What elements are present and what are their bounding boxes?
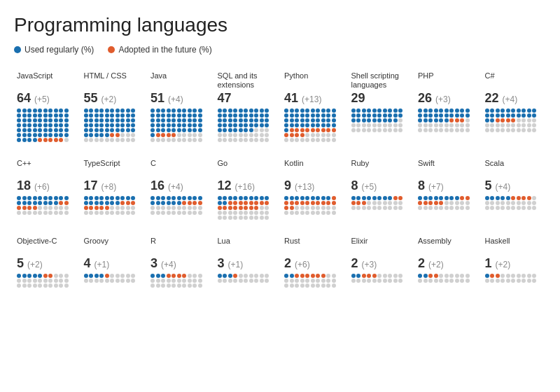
- dots-container: [150, 274, 209, 288]
- lang-value: 3 (+1): [218, 256, 276, 271]
- lang-name: Kotlin: [284, 159, 343, 177]
- lang-name: Shell scripting languages: [351, 71, 410, 90]
- legend: Used regularly (%) Adopted in the future…: [14, 45, 546, 55]
- legend-dot-blue: [14, 46, 21, 53]
- language-row-0: JavaScript64 (+5)HTML / CSS55 (+2)Java51…: [14, 69, 546, 145]
- legend-used-label: Used regularly (%): [24, 45, 94, 55]
- lang-name: Elixir: [351, 237, 410, 255]
- dots-container: [150, 108, 209, 142]
- lang-block-rust: Rust2 (+6): [281, 234, 346, 290]
- lang-value: 9 (+13): [284, 178, 343, 193]
- dots-container: [17, 196, 76, 215]
- lang-block-sql-and-its-extensions: SQL and its extensions47: [215, 69, 279, 145]
- lang-block-javascript: JavaScript64 (+5): [14, 69, 78, 145]
- lang-value: 29: [351, 91, 410, 106]
- lang-name: C++: [17, 159, 76, 177]
- lang-name: Java: [150, 71, 209, 90]
- lang-value: 4 (+1): [84, 256, 143, 271]
- lang-name: Go: [218, 159, 276, 177]
- lang-value: 2 (+2): [418, 256, 477, 271]
- lang-name: Assembly: [418, 237, 477, 255]
- lang-name: Scala: [485, 159, 544, 177]
- lang-block-swift: Swift8 (+7): [415, 156, 479, 223]
- lang-value: 64 (+5): [17, 91, 76, 106]
- lang-block-c-: C#22 (+4): [482, 69, 547, 145]
- dots-container: [284, 108, 343, 142]
- lang-value: 26 (+3): [418, 91, 477, 106]
- chart-container: JavaScript64 (+5)HTML / CSS55 (+2)Java51…: [14, 69, 546, 290]
- lang-value: 1 (+2): [485, 256, 544, 271]
- lang-name: TypeScript: [84, 159, 143, 177]
- lang-name: Objective-C: [17, 237, 76, 255]
- lang-name: JavaScript: [17, 71, 76, 90]
- dots-container: [84, 274, 143, 283]
- lang-block-assembly: Assembly2 (+2): [415, 234, 479, 290]
- dots-container: [218, 108, 276, 142]
- lang-value: 18 (+6): [17, 178, 76, 193]
- lang-value: 51 (+4): [150, 91, 209, 106]
- lang-block-scala: Scala5 (+4): [482, 156, 547, 223]
- lang-name: Python: [284, 71, 343, 90]
- lang-name: C#: [485, 71, 544, 90]
- lang-block-kotlin: Kotlin9 (+13): [281, 156, 346, 223]
- lang-value: 8 (+5): [351, 178, 410, 193]
- lang-block-c--: C++18 (+6): [14, 156, 78, 223]
- lang-block-lua: Lua3 (+1): [215, 234, 279, 290]
- lang-value: 47: [218, 91, 276, 106]
- lang-value: 3 (+4): [150, 256, 209, 271]
- dots-container: [284, 274, 343, 288]
- lang-name: Swift: [418, 159, 477, 177]
- language-row-1: C++18 (+6)TypeScript17 (+8)C16 (+4)Go12 …: [14, 156, 546, 223]
- lang-block-objective-c: Objective-C5 (+2): [14, 234, 78, 290]
- lang-block-c: C16 (+4): [148, 156, 212, 223]
- lang-value: 8 (+7): [418, 178, 477, 193]
- lang-block-go: Go12 (+16): [215, 156, 279, 223]
- dots-container: [351, 274, 410, 283]
- lang-value: 22 (+4): [485, 91, 544, 106]
- legend-used: Used regularly (%): [14, 45, 94, 55]
- dots-container: [418, 108, 477, 132]
- dots-container: [418, 274, 477, 283]
- lang-block-elixir: Elixir2 (+3): [349, 234, 413, 290]
- lang-name: Rust: [284, 237, 343, 255]
- legend-dot-orange: [108, 46, 115, 53]
- dots-container: [351, 108, 410, 132]
- lang-name: C: [150, 159, 209, 177]
- dots-container: [17, 274, 76, 288]
- dots-container: [485, 274, 544, 283]
- lang-block-shell-scripting-languages: Shell scripting languages29: [349, 69, 413, 145]
- lang-value: 17 (+8): [84, 178, 143, 193]
- lang-value: 2 (+3): [351, 256, 410, 271]
- lang-block-groovy: Groovy4 (+1): [81, 234, 146, 290]
- lang-name: HTML / CSS: [84, 71, 143, 90]
- lang-name: SQL and its extensions: [218, 71, 276, 90]
- lang-block-ruby: Ruby8 (+5): [349, 156, 413, 223]
- dots-container: [17, 108, 76, 142]
- dots-container: [218, 274, 276, 283]
- dots-container: [84, 196, 143, 215]
- dots-container: [485, 108, 544, 132]
- dots-container: [485, 196, 544, 210]
- lang-name: Groovy: [84, 237, 143, 255]
- lang-name: Haskell: [485, 237, 544, 255]
- lang-value: 5 (+2): [17, 256, 76, 271]
- dots-container: [84, 108, 143, 142]
- lang-value: 55 (+2): [84, 91, 143, 106]
- dots-container: [418, 196, 477, 210]
- dots-container: [284, 196, 343, 215]
- dots-container: [351, 196, 410, 210]
- dots-container: [150, 196, 209, 215]
- lang-block-java: Java51 (+4): [148, 69, 212, 145]
- lang-value: 16 (+4): [150, 178, 209, 193]
- lang-value: 2 (+6): [284, 256, 343, 271]
- lang-name: PHP: [418, 71, 477, 90]
- lang-block-html---css: HTML / CSS55 (+2): [81, 69, 146, 145]
- legend-adopted-label: Adopted in the future (%): [118, 45, 211, 55]
- lang-value: 5 (+4): [485, 178, 544, 193]
- lang-name: Ruby: [351, 159, 410, 177]
- lang-block-python: Python41 (+13): [281, 69, 346, 145]
- legend-adopted: Adopted in the future (%): [108, 45, 211, 55]
- lang-block-haskell: Haskell1 (+2): [482, 234, 547, 290]
- dots-container: [218, 196, 276, 220]
- lang-value: 12 (+16): [218, 178, 276, 193]
